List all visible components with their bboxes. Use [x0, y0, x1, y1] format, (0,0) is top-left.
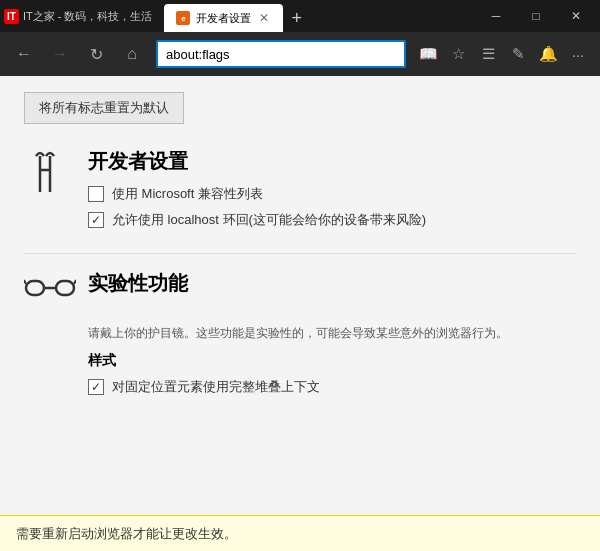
titlebar-controls: ─ □ ✕ [476, 0, 596, 32]
dev-section-icon [24, 148, 72, 207]
svg-rect-3 [26, 281, 44, 295]
checkbox-localhost-label: 允许使用 localhost 环回(这可能会给你的设备带来风险) [112, 211, 426, 229]
exp-description: 请戴上你的护目镜。这些功能是实验性的，可能会导致某些意外的浏览器行为。 [88, 324, 576, 342]
reader-mode-icon[interactable]: 📖 [414, 40, 442, 68]
checkbox-ms-compat: 使用 Microsoft 兼容性列表 [88, 185, 426, 203]
restore-button[interactable]: □ [516, 0, 556, 32]
favorites-icon[interactable]: ☆ [444, 40, 472, 68]
dev-section: 开发者设置 使用 Microsoft 兼容性列表 允许使用 localhost … [24, 148, 576, 237]
titlebar-left: IT IT之家 - 数码，科技，生活 e 开发者设置 ✕ + [4, 0, 310, 32]
exp-section-icon [24, 270, 72, 312]
exp-section: 实验性功能 请戴上你的护目镜。这些功能是实验性的，可能会导致某些意外的浏览器行为… [24, 270, 576, 396]
titlebar-tabs: e 开发者设置 ✕ + [164, 0, 310, 32]
dev-section-title: 开发者设置 [88, 148, 426, 175]
exp-section-header: 实验性功能 [24, 270, 576, 312]
more-icon[interactable]: ··· [564, 40, 592, 68]
navbar: ← → ↻ ⌂ about:flags 📖 ☆ ☰ ✎ 🔔 ··· [0, 32, 600, 76]
nav-right-icons: 📖 ☆ ☰ ✎ 🔔 ··· [414, 40, 592, 68]
tab-title: 开发者设置 [196, 11, 251, 26]
checkbox-localhost-box[interactable] [88, 212, 104, 228]
exp-section-content: 请戴上你的护目镜。这些功能是实验性的，可能会导致某些意外的浏览器行为。 样式 对… [88, 324, 576, 396]
exp-section-title-container: 实验性功能 [88, 270, 188, 307]
share-icon[interactable]: 🔔 [534, 40, 562, 68]
refresh-button[interactable]: ↻ [80, 38, 112, 70]
checkbox-stacking-box[interactable] [88, 379, 104, 395]
svg-rect-4 [56, 281, 74, 295]
checkbox-stacking-label: 对固定位置元素使用完整堆叠上下文 [112, 378, 320, 396]
close-button[interactable]: ✕ [556, 0, 596, 32]
checkbox-stacking: 对固定位置元素使用完整堆叠上下文 [88, 378, 576, 396]
address-text: about:flags [166, 47, 230, 62]
dev-section-title-container: 开发者设置 使用 Microsoft 兼容性列表 允许使用 localhost … [88, 148, 426, 237]
tab-page-icon: e [176, 11, 190, 25]
forward-button: → [44, 38, 76, 70]
dev-section-header: 开发者设置 使用 Microsoft 兼容性列表 允许使用 localhost … [24, 148, 576, 237]
exp-section-title: 实验性功能 [88, 270, 188, 297]
notification-text: 需要重新启动浏览器才能让更改生效。 [16, 525, 237, 543]
main-content: 将所有标志重置为默认 开发者设置 使用 Microsoft 兼容性列表 [0, 76, 600, 515]
notification-bar: 需要重新启动浏览器才能让更改生效。 [0, 515, 600, 551]
titlebar: IT IT之家 - 数码，科技，生活 e 开发者设置 ✕ + ─ □ ✕ [0, 0, 600, 32]
section-divider [24, 253, 576, 254]
checkbox-ms-compat-label: 使用 Microsoft 兼容性列表 [112, 185, 263, 203]
hub-icon[interactable]: ☰ [474, 40, 502, 68]
address-bar[interactable]: about:flags [156, 40, 406, 68]
checkbox-localhost: 允许使用 localhost 环回(这可能会给你的设备带来风险) [88, 211, 426, 229]
svg-line-6 [24, 280, 26, 284]
note-icon[interactable]: ✎ [504, 40, 532, 68]
tab-close-button[interactable]: ✕ [257, 11, 271, 25]
minimize-button[interactable]: ─ [476, 0, 516, 32]
active-tab[interactable]: e 开发者设置 ✕ [164, 4, 283, 32]
checkbox-ms-compat-box[interactable] [88, 186, 104, 202]
back-button[interactable]: ← [8, 38, 40, 70]
svg-line-7 [74, 280, 76, 284]
exp-subtitle: 样式 [88, 352, 576, 370]
titlebar-brand: IT之家 - 数码，科技，生活 [23, 9, 153, 24]
home-button[interactable]: ⌂ [116, 38, 148, 70]
reset-flags-button[interactable]: 将所有标志重置为默认 [24, 92, 184, 124]
it-logo: IT [4, 9, 19, 24]
new-tab-button[interactable]: + [283, 4, 310, 32]
